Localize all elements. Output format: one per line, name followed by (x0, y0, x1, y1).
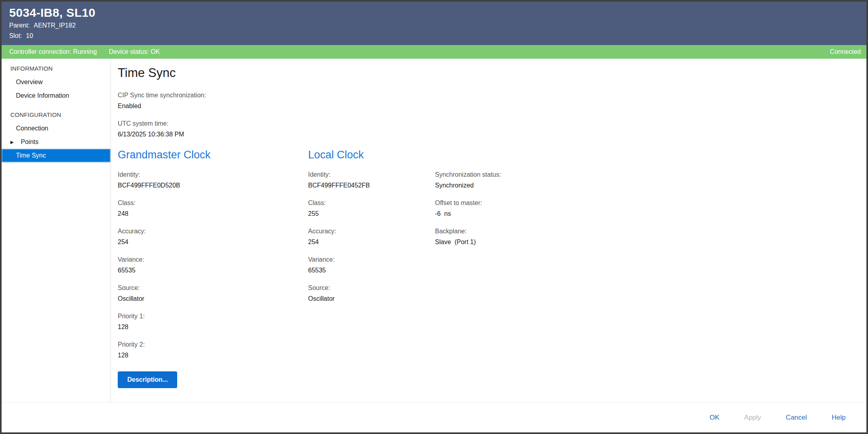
sync-status-value: Synchronized (435, 181, 866, 189)
window-header: 5034-IB8, SL10 Parent: AENTR_IP182 Slot:… (2, 2, 866, 45)
grandmaster-clock-column: Grandmaster Clock Identity: BCF499FFFE0D… (118, 148, 308, 388)
gm-priority2-label: Priority 2: (118, 341, 308, 349)
backplane-label: Backplane: (435, 227, 866, 235)
chevron-right-icon[interactable]: ▶ (10, 138, 21, 146)
gm-class-label: Class: (118, 199, 308, 207)
help-button[interactable]: Help (825, 410, 853, 426)
lc-identity-value: BCF499FFFE0452FB (308, 181, 435, 189)
parent-row: Parent: AENTR_IP182 (9, 20, 858, 31)
sync-status-column: Synchronization status: Synchronized Off… (435, 148, 866, 388)
grandmaster-clock-heading: Grandmaster Clock (118, 148, 308, 162)
parent-label: Parent: (9, 20, 30, 31)
apply-button[interactable]: Apply (737, 410, 769, 426)
controller-connection-status: Controller connection: Running (9, 48, 97, 55)
gm-priority2-field: Priority 2: 128 (118, 341, 308, 359)
sidebar-item-connection[interactable]: Connection (2, 122, 111, 135)
lc-variance-value: 65535 (308, 266, 435, 274)
lc-accuracy-label: Accuracy: (308, 227, 435, 235)
footer-button-bar: OK Apply Cancel Help (2, 402, 866, 432)
slot-label: Slot: (9, 31, 22, 41)
sync-status-spacer (435, 148, 866, 171)
lc-class-value: 255 (308, 210, 435, 218)
lc-class-label: Class: (308, 199, 435, 207)
page-title: Time Sync (118, 65, 866, 81)
local-clock-column: Local Clock Identity: BCF499FFFE0452FB C… (308, 148, 435, 388)
sidebar-item-points-label: Points (21, 138, 38, 146)
sidebar-item-time-sync[interactable]: Time Sync (2, 149, 111, 162)
gm-source-value: Oscillator (118, 295, 308, 303)
lc-identity-field: Identity: BCF499FFFE0452FB (308, 171, 435, 189)
sidebar-header-configuration: CONFIGURATION (2, 108, 111, 122)
lc-accuracy-value: 254 (308, 238, 435, 246)
gm-class-field: Class: 248 (118, 199, 308, 218)
cancel-button[interactable]: Cancel (779, 410, 814, 426)
sidebar-section-information: INFORMATION Overview Device Information (2, 62, 111, 103)
sidebar-item-device-information[interactable]: Device Information (2, 89, 111, 103)
slot-row: Slot: 10 (9, 31, 858, 41)
gm-accuracy-label: Accuracy: (118, 227, 308, 235)
lc-variance-field: Variance: 65535 (308, 256, 435, 274)
gm-priority1-value: 128 (118, 323, 308, 331)
gm-identity-label: Identity: (118, 171, 308, 179)
sidebar-header-information: INFORMATION (2, 62, 111, 75)
slot-value: 10 (26, 31, 33, 41)
device-title: 5034-IB8, SL10 (9, 5, 858, 20)
lc-variance-label: Variance: (308, 256, 435, 264)
body: INFORMATION Overview Device Information … (2, 59, 866, 402)
cip-sync-field: CIP Sync time synchronization: Enabled (118, 91, 866, 110)
cip-sync-label: CIP Sync time synchronization: (118, 91, 866, 99)
lc-accuracy-field: Accuracy: 254 (308, 227, 435, 246)
main-content: Time Sync CIP Sync time synchronization:… (111, 59, 866, 402)
gm-source-label: Source: (118, 284, 308, 292)
gm-variance-value: 65535 (118, 266, 308, 274)
cip-sync-value: Enabled (118, 102, 866, 110)
sidebar-nav: INFORMATION Overview Device Information … (2, 59, 111, 402)
gm-variance-label: Variance: (118, 256, 308, 264)
offset-to-master-label: Offset to master: (435, 199, 866, 207)
gm-class-value: 248 (118, 210, 308, 218)
ok-button[interactable]: OK (702, 410, 727, 426)
gm-priority2-value: 128 (118, 351, 308, 359)
gm-priority1-label: Priority 1: (118, 312, 308, 320)
backplane-value: Slave (Port 1) (435, 238, 866, 246)
sidebar-section-configuration: CONFIGURATION Connection ▶ Points Time S… (2, 108, 111, 162)
utc-time-value: 6/13/2025 10:36:38 PM (118, 130, 866, 138)
offset-to-master-field: Offset to master: -6 ns (435, 199, 866, 218)
utc-time-label: UTC system time: (118, 120, 866, 128)
local-clock-heading: Local Clock (308, 148, 435, 162)
lc-source-value: Oscillator (308, 295, 435, 303)
device-properties-window: 5034-IB8, SL10 Parent: AENTR_IP182 Slot:… (0, 0, 868, 434)
gm-source-field: Source: Oscillator (118, 284, 308, 303)
gm-priority1-field: Priority 1: 128 (118, 312, 308, 331)
parent-value: AENTR_IP182 (34, 20, 76, 31)
sync-status-field: Synchronization status: Synchronized (435, 171, 866, 189)
utc-time-field: UTC system time: 6/13/2025 10:36:38 PM (118, 120, 866, 138)
gm-identity-field: Identity: BCF499FFFE0D520B (118, 171, 308, 189)
gm-accuracy-value: 254 (118, 238, 308, 246)
gm-variance-field: Variance: 65535 (118, 256, 308, 274)
offset-to-master-value: -6 ns (435, 210, 866, 218)
sidebar-item-points[interactable]: ▶ Points (2, 135, 111, 149)
sidebar-item-overview[interactable]: Overview (2, 75, 111, 89)
gm-identity-value: BCF499FFFE0D520B (118, 181, 308, 189)
lc-source-field: Source: Oscillator (308, 284, 435, 303)
description-button[interactable]: Description... (118, 371, 177, 388)
lc-source-label: Source: (308, 284, 435, 292)
clocks-grid: Grandmaster Clock Identity: BCF499FFFE0D… (118, 148, 866, 388)
sync-status-label: Synchronization status: (435, 171, 866, 179)
backplane-field: Backplane: Slave (Port 1) (435, 227, 866, 246)
status-bar: Controller connection: Running Device st… (2, 45, 866, 59)
lc-identity-label: Identity: (308, 171, 435, 179)
lc-class-field: Class: 255 (308, 199, 435, 218)
connection-state: Connected (830, 48, 861, 55)
device-status: Device status: OK (109, 48, 160, 55)
gm-accuracy-field: Accuracy: 254 (118, 227, 308, 246)
